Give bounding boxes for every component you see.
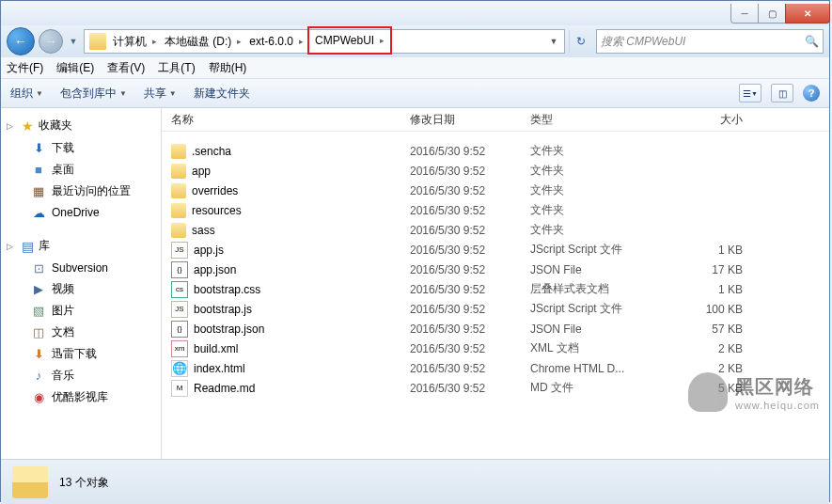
js-icon: JS <box>171 301 188 318</box>
file-date: 2016/5/30 9:52 <box>410 283 530 296</box>
menu-edit[interactable]: 编辑(E) <box>56 60 94 76</box>
refresh-button[interactable]: ↻ <box>569 30 592 53</box>
file-row[interactable]: app2016/5/30 9:52文件夹 <box>162 161 829 181</box>
sidebar-favorite-item[interactable]: ■桌面 <box>1 159 161 181</box>
chevron-down-icon: ▼ <box>169 89 177 98</box>
preview-pane-button[interactable]: ◫ <box>771 84 793 102</box>
sidebar-library-item[interactable]: ◫文档 <box>1 322 161 343</box>
search-icon: 🔍 <box>805 35 819 48</box>
explorer-window: ─ ▢ ✕ ← → ▼ 计算机▸本地磁盘 (D:)▸ext-6.0.0▸CMPW… <box>0 0 830 502</box>
file-date: 2016/5/30 9:52 <box>410 303 530 316</box>
folder-icon <box>171 203 186 218</box>
forward-button[interactable]: → <box>39 29 63 54</box>
sidebar-favorite-item[interactable]: ▦最近访问的位置 <box>1 181 161 202</box>
file-date: 2016/5/30 9:52 <box>410 263 530 276</box>
menu-tools[interactable]: 工具(T) <box>158 60 195 76</box>
menu-file[interactable]: 文件(F) <box>7 60 43 76</box>
css-icon: cs <box>171 281 188 298</box>
back-button[interactable]: ← <box>7 27 35 55</box>
file-type: 文件夹 <box>530 222 667 238</box>
maximize-button[interactable]: ▢ <box>758 4 786 24</box>
file-row[interactable]: overrides2016/5/30 9:52文件夹 <box>162 181 829 200</box>
sidebar-library-item[interactable]: ◉优酷影视库 <box>1 386 161 408</box>
file-row[interactable]: JSapp.js2016/5/30 9:52JScript Script 文件1… <box>162 240 829 260</box>
menu-view[interactable]: 查看(V) <box>107 60 145 76</box>
json-icon: {} <box>171 321 188 338</box>
file-row[interactable]: xmbuild.xml2016/5/30 9:52XML 文档2 KB <box>162 339 829 358</box>
breadcrumb-segment[interactable]: 本地磁盘 (D:)▸ <box>161 30 245 53</box>
file-name: bootstrap.json <box>194 323 264 336</box>
nav-item-icon: ⊡ <box>31 260 46 276</box>
chevron-right-icon: ▸ <box>299 37 304 46</box>
include-library-button[interactable]: 包含到库中▼ <box>60 86 127 102</box>
view-mode-button[interactable]: ☰ ▼ <box>739 84 761 102</box>
libraries-header[interactable]: ▷ ▤ 库 <box>1 234 161 258</box>
close-button[interactable]: ✕ <box>785 4 830 24</box>
sidebar-favorite-item[interactable]: ⬇下载 <box>1 137 161 159</box>
navbar: ← → ▼ 计算机▸本地磁盘 (D:)▸ext-6.0.0▸CMPWebUI▸ … <box>1 25 829 57</box>
chevron-right-icon: ▸ <box>152 37 157 46</box>
menu-help[interactable]: 帮助(H) <box>209 60 247 76</box>
organize-button[interactable]: 组织▼ <box>10 86 43 102</box>
address-bar[interactable]: 计算机▸本地磁盘 (D:)▸ext-6.0.0▸CMPWebUI▸ ▼ <box>84 29 565 54</box>
folder-icon <box>171 183 186 198</box>
share-button[interactable]: 共享▼ <box>144 86 177 102</box>
nav-item-icon: ⬇ <box>31 347 46 362</box>
star-icon: ★ <box>20 118 35 134</box>
column-name[interactable]: 名称 <box>162 112 410 128</box>
favorites-header[interactable]: ▷ ★ 收藏夹 <box>1 114 161 137</box>
column-type[interactable]: 类型 <box>530 112 667 128</box>
sidebar-library-item[interactable]: ▶视频 <box>1 278 161 300</box>
sidebar-library-item[interactable]: ⊡Subversion <box>1 258 161 278</box>
navigation-pane: ▷ ★ 收藏夹 ⬇下载■桌面▦最近访问的位置☁OneDrive ▷ ▤ 库 ⊡S… <box>1 108 162 459</box>
close-icon: ✕ <box>804 8 811 19</box>
md-icon: M <box>171 380 188 397</box>
json-icon: {} <box>171 261 188 278</box>
sidebar-library-item[interactable]: ⬇迅雷下载 <box>1 343 161 365</box>
nav-item-icon: ◫ <box>31 325 46 340</box>
file-row[interactable]: csbootstrap.css2016/5/30 9:52层叠样式表文档1 KB <box>162 279 829 299</box>
folder-icon <box>171 164 186 179</box>
file-size: 1 KB <box>667 283 761 296</box>
file-date: 2016/5/30 9:52 <box>410 362 530 375</box>
minimize-icon: ─ <box>741 8 747 19</box>
breadcrumb-segment[interactable]: CMPWebUI▸ <box>307 26 392 55</box>
address-dropdown[interactable]: ▼ <box>545 37 562 46</box>
toolbar: 组织▼ 包含到库中▼ 共享▼ 新建文件夹 ☰ ▼ ◫ ? <box>1 79 829 108</box>
minimize-button[interactable]: ─ <box>730 4 759 24</box>
history-dropdown[interactable]: ▼ <box>67 28 80 55</box>
new-folder-button[interactable]: 新建文件夹 <box>194 86 250 102</box>
file-date: 2016/5/30 9:52 <box>410 342 530 355</box>
file-row[interactable]: resources2016/5/30 9:52文件夹 <box>162 200 829 220</box>
sidebar-library-item[interactable]: ♪音乐 <box>1 365 161 386</box>
file-date: 2016/5/30 9:52 <box>410 184 530 197</box>
file-row[interactable]: .sencha2016/5/30 9:52文件夹 <box>162 141 829 161</box>
file-name: app.json <box>194 263 236 276</box>
file-date: 2016/5/30 9:52 <box>410 145 530 158</box>
file-type: 文件夹 <box>530 182 667 198</box>
column-date[interactable]: 修改日期 <box>410 112 530 128</box>
nav-item-icon: ▶ <box>31 282 46 297</box>
column-size[interactable]: 大小 <box>667 112 761 128</box>
breadcrumb-segment[interactable]: ext-6.0.0▸ <box>245 30 307 53</box>
file-row[interactable]: sass2016/5/30 9:52文件夹 <box>162 220 829 240</box>
xml-icon: xm <box>171 340 188 357</box>
file-name: overrides <box>192 184 238 197</box>
nav-item-icon: ⬇ <box>31 141 46 156</box>
nav-item-icon: ♪ <box>31 369 46 384</box>
column-headers: 名称 修改日期 类型 大小 <box>162 108 829 132</box>
file-type: JScript Script 文件 <box>530 301 667 317</box>
file-row[interactable]: JSbootstrap.js2016/5/30 9:52JScript Scri… <box>162 299 829 319</box>
sidebar-favorite-item[interactable]: ☁OneDrive <box>1 202 161 223</box>
file-row[interactable]: {}app.json2016/5/30 9:52JSON File17 KB <box>162 260 829 279</box>
file-row[interactable]: {}bootstrap.json2016/5/30 9:52JSON File5… <box>162 319 829 339</box>
file-size: 57 KB <box>667 323 761 336</box>
file-name: app <box>192 165 211 178</box>
help-icon[interactable]: ? <box>803 85 820 102</box>
file-type: 文件夹 <box>530 202 667 218</box>
file-date: 2016/5/30 9:52 <box>410 323 530 336</box>
sidebar-library-item[interactable]: ▧图片 <box>1 300 161 322</box>
search-input[interactable]: 搜索 CMPWebUI 🔍 <box>596 29 824 54</box>
file-type: JSON File <box>530 263 667 276</box>
breadcrumb-segment[interactable]: 计算机▸ <box>109 30 161 53</box>
